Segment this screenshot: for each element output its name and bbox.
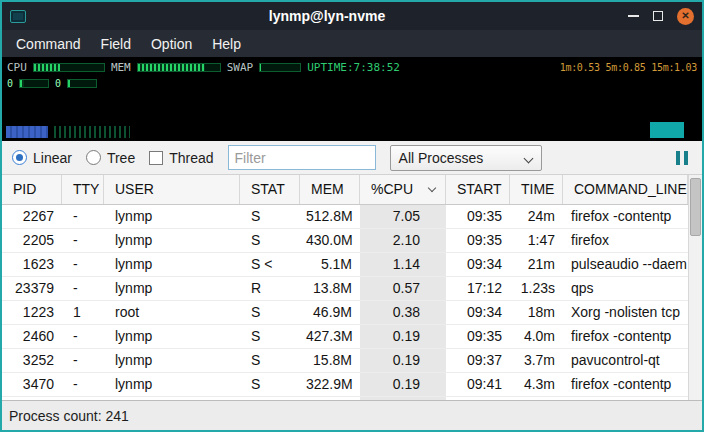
column-header-command-line[interactable]: COMMAND_LINE	[563, 175, 688, 204]
cell-cpu: 7.05	[360, 205, 446, 228]
cell-mem: 46.9M	[300, 301, 360, 324]
cell-tty: 1	[62, 301, 104, 324]
column-header-start[interactable]: START	[446, 175, 510, 204]
cell-pid: 2267	[2, 205, 62, 228]
cell-mem: 15.8M	[300, 349, 360, 372]
cell-cpu: 0.57	[360, 277, 446, 300]
cell-time: 24m	[510, 205, 563, 228]
menu-option[interactable]: Option	[141, 32, 202, 56]
cell-tty: -	[62, 277, 104, 300]
cell-time: 18m	[510, 301, 563, 324]
sort-desc-icon	[428, 184, 436, 192]
process-table-main: PID TTY USER STAT MEM %CPU START TIME CO…	[2, 175, 688, 400]
cell-time: 1.23s	[510, 277, 563, 300]
cell-stat: R	[240, 277, 300, 300]
cell-user: lynmp	[104, 349, 240, 372]
cell-time: 4.0m	[510, 325, 563, 348]
table-row[interactable]: 2267-lynmpS512.8M7.0509:3524mfirefox -co…	[2, 205, 688, 229]
minimize-icon[interactable]	[628, 8, 639, 24]
vertical-scrollbar[interactable]	[688, 175, 702, 400]
cell-tty: -	[62, 325, 104, 348]
cell-user: root	[104, 301, 240, 324]
column-header-user[interactable]: USER	[104, 175, 240, 204]
process-count: Process count: 241	[9, 408, 129, 424]
thread-checkbox-group[interactable]: Thread	[149, 150, 213, 166]
cell-time: 1:47	[510, 229, 563, 252]
graph-current-bar	[650, 122, 684, 138]
process-filter-select[interactable]: All Processes	[390, 145, 542, 171]
core1-label: 0	[55, 78, 61, 89]
cell-cmd: firefox -contentp	[563, 205, 688, 228]
cell-pid: 3252	[2, 349, 62, 372]
cell-tty: -	[62, 205, 104, 228]
filter-input[interactable]	[228, 145, 376, 170]
table-row[interactable]: 12231rootS46.9M0.3809:3418mXorg -noliste…	[2, 301, 688, 325]
linear-radio[interactable]	[12, 150, 27, 165]
tree-radio-group[interactable]: Tree	[86, 150, 135, 166]
cell-start: 17:12	[446, 277, 510, 300]
table-row[interactable]: 2460-lynmpS427.3M0.1909:354.0mfirefox -c…	[2, 325, 688, 349]
cell-stat: S	[240, 325, 300, 348]
monitor-row-main: CPU MEM SWAP UPTIME:7:38:52 1m:0.53 5m:0…	[7, 61, 697, 74]
cell-mem: 512.8M	[300, 205, 360, 228]
menu-field[interactable]: Field	[91, 32, 141, 56]
mem-label: MEM	[111, 62, 131, 73]
core1-meter	[67, 79, 97, 88]
cell-time: 3.7m	[510, 349, 563, 372]
menu-help[interactable]: Help	[202, 32, 251, 56]
core0-label: 0	[7, 78, 13, 89]
cell-stat: S	[240, 229, 300, 252]
cell-cmd: pavucontrol-qt	[563, 349, 688, 372]
column-header-time[interactable]: TIME	[510, 175, 563, 204]
maximize-icon[interactable]	[652, 10, 664, 22]
column-header-cpu[interactable]: %CPU	[360, 175, 446, 204]
cell-mem: 5.1M	[300, 253, 360, 276]
menu-command[interactable]: Command	[6, 32, 91, 56]
pause-button[interactable]	[672, 147, 692, 169]
column-header-mem[interactable]: MEM	[300, 175, 360, 204]
close-icon[interactable]: ✕	[677, 8, 694, 25]
thread-checkbox[interactable]	[149, 151, 163, 165]
cpu-meter	[33, 63, 105, 72]
cell-cpu: 1.14	[360, 253, 446, 276]
cell-time: 21m	[510, 253, 563, 276]
column-header-tty[interactable]: TTY	[62, 175, 104, 204]
table-row[interactable]: 1623-lynmpS <5.1M1.1409:3421mpulseaudio …	[2, 253, 688, 277]
tree-radio[interactable]	[86, 150, 101, 165]
table-row[interactable]: 2205-lynmpS430.0M2.1009:351:47firefox	[2, 229, 688, 253]
cell-mem: 322.9M	[300, 373, 360, 396]
cell-stat: S <	[240, 253, 300, 276]
titlebar: lynmp@lyn-nvme ✕	[2, 2, 702, 30]
cell-stat: S	[240, 349, 300, 372]
graph-activity-pattern	[54, 126, 130, 138]
pause-icon	[684, 151, 688, 165]
core0-meter	[19, 79, 49, 88]
column-header-pid[interactable]: PID	[2, 175, 62, 204]
table-row[interactable]: 3470-lynmpS322.9M0.1909:414.3mfirefox -c…	[2, 373, 688, 397]
system-monitor: CPU MEM SWAP UPTIME:7:38:52 1m:0.53 5m:0…	[2, 57, 702, 113]
tree-label: Tree	[107, 150, 135, 166]
cell-start: 09:34	[446, 301, 510, 324]
cell-pid: 1223	[2, 301, 62, 324]
column-header-stat[interactable]: STAT	[240, 175, 300, 204]
swap-label: SWAP	[227, 62, 254, 73]
process-filter-value: All Processes	[399, 150, 484, 166]
cell-mem: 13.8M	[300, 277, 360, 300]
linear-radio-group[interactable]: Linear	[12, 150, 72, 166]
table-header: PID TTY USER STAT MEM %CPU START TIME CO…	[2, 175, 688, 205]
cell-tty: -	[62, 253, 104, 276]
table-row[interactable]: 23379-lynmpR13.8M0.5717:121.23sqps	[2, 277, 688, 301]
cell-cmd: firefox -contentp	[563, 325, 688, 348]
table-row[interactable]: 3252-lynmpS15.8M0.1909:373.7mpavucontrol…	[2, 349, 688, 373]
thread-label: Thread	[169, 150, 213, 166]
cell-user: lynmp	[104, 205, 240, 228]
window-title: lynmp@lyn-nvme	[26, 8, 628, 24]
cell-start: 09:41	[446, 373, 510, 396]
cell-start: 09:35	[446, 229, 510, 252]
cell-pid: 1623	[2, 253, 62, 276]
cell-start: 09:37	[446, 349, 510, 372]
scrollbar-thumb[interactable]	[690, 178, 701, 236]
cell-cpu: 0.19	[360, 325, 446, 348]
cell-cmd: pulseaudio --daem	[563, 253, 688, 276]
table-body: 2267-lynmpS512.8M7.0509:3524mfirefox -co…	[2, 205, 688, 400]
